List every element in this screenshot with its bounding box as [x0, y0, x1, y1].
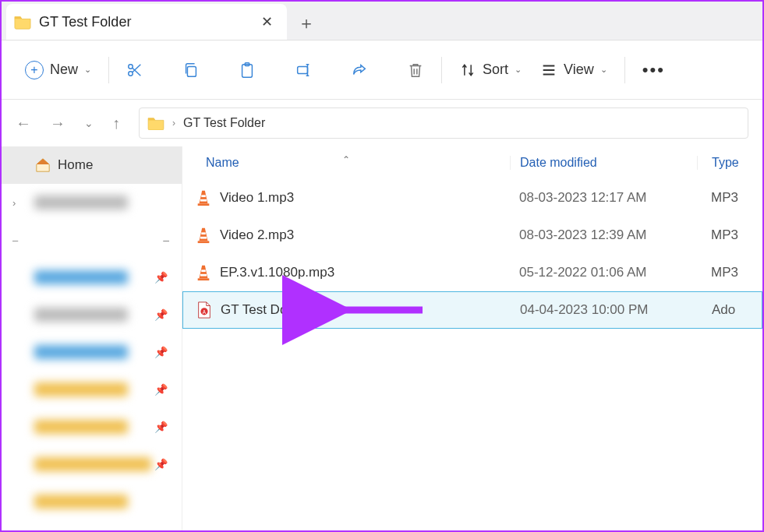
- vlc-icon: [195, 227, 212, 244]
- svg-point-1: [129, 71, 133, 76]
- file-list: ⌃ Name Date modified Type Video 1.mp308-…: [182, 146, 762, 530]
- blurred-label: [34, 270, 128, 284]
- column-headers: ⌃ Name Date modified Type: [182, 146, 762, 179]
- plus-circle-icon: +: [25, 61, 44, 79]
- svg-rect-11: [198, 241, 210, 243]
- chevron-down-icon: ⌄: [84, 65, 91, 75]
- sidebar-item[interactable]: ›: [2, 184, 182, 221]
- back-button[interactable]: ←: [16, 115, 31, 132]
- copy-icon: [182, 62, 200, 79]
- blurred-label: [34, 495, 128, 509]
- sidebar-item[interactable]: 📌: [2, 446, 182, 483]
- sidebar-item[interactable]: 📌: [2, 371, 182, 408]
- folder-icon: [147, 115, 164, 132]
- pin-icon: 📌: [154, 271, 168, 284]
- file-type: Ado: [698, 302, 735, 318]
- svg-rect-6: [201, 195, 206, 197]
- sidebar-item[interactable]: 📌: [2, 296, 182, 333]
- file-type: MP3: [697, 227, 738, 243]
- scissors-icon: [126, 62, 143, 79]
- recent-button[interactable]: ⌄: [84, 117, 94, 129]
- svg-text:A: A: [203, 309, 207, 315]
- svg-rect-14: [198, 278, 210, 280]
- vlc-icon: [195, 189, 212, 206]
- ellipsis-icon: •••: [642, 60, 665, 80]
- pin-icon: 📌: [154, 421, 168, 433]
- toolbar: + New ⌄: [2, 41, 762, 100]
- file-name: Video 1.mp3: [220, 190, 294, 206]
- new-tab-button[interactable]: ＋: [287, 12, 326, 40]
- pin-icon: 📌: [154, 346, 168, 358]
- paste-button[interactable]: [229, 55, 265, 85]
- nav-bar: ← → ⌄ ↑ › GT Test Folder: [2, 100, 762, 146]
- blurred-label: [34, 196, 128, 210]
- new-button[interactable]: + New ⌄: [16, 55, 101, 86]
- sidebar-item[interactable]: 📌: [2, 408, 182, 446]
- column-type[interactable]: Type: [697, 156, 739, 170]
- pdf-icon: A: [196, 301, 213, 319]
- separator: [441, 57, 442, 83]
- copy-button[interactable]: [173, 55, 209, 85]
- file-row[interactable]: AGT Test Doc.pdf04-04-2023 10:00 PMAdo: [182, 291, 762, 329]
- chevron-right-icon: ›: [12, 197, 16, 209]
- file-name: GT Test Doc.pdf: [221, 302, 316, 318]
- address-bar[interactable]: › GT Test Folder: [139, 107, 748, 139]
- delete-button[interactable]: [398, 55, 433, 85]
- file-row[interactable]: Video 2.mp308-03-2023 12:39 AMMP3: [182, 217, 762, 254]
- file-name: Video 2.mp3: [220, 227, 294, 243]
- pin-icon: 📌: [154, 383, 168, 396]
- sort-label: Sort: [483, 62, 508, 78]
- sidebar-item[interactable]: – –: [2, 221, 182, 259]
- chevron-down-icon: ⌄: [600, 65, 607, 75]
- sidebar-home-label: Home: [58, 157, 93, 173]
- view-button[interactable]: View ⌄: [531, 55, 617, 85]
- column-date[interactable]: Date modified: [510, 156, 697, 170]
- breadcrumb-location[interactable]: GT Test Folder: [183, 116, 265, 130]
- file-name: EP.3.v1.1080p.mp3: [220, 265, 334, 280]
- svg-rect-2: [187, 66, 196, 76]
- sidebar-item[interactable]: [2, 483, 182, 520]
- blurred-label: [34, 457, 151, 471]
- column-name[interactable]: ⌃ Name: [182, 156, 510, 170]
- share-icon: [351, 62, 368, 79]
- svg-rect-8: [198, 203, 210, 206]
- trash-icon: [407, 62, 424, 79]
- sidebar-item[interactable]: 📌: [2, 259, 182, 296]
- separator: [624, 57, 625, 83]
- svg-rect-13: [200, 274, 207, 277]
- more-button[interactable]: •••: [633, 54, 674, 86]
- sort-button[interactable]: Sort ⌄: [450, 55, 531, 85]
- folder-icon: [14, 13, 31, 30]
- home-icon: [34, 157, 51, 174]
- annotation-arrow: [331, 296, 424, 324]
- tab-title: GT Test Folder: [39, 14, 250, 30]
- tab-active[interactable]: GT Test Folder ✕: [6, 4, 287, 40]
- main-area: Home › – – 📌 📌 📌 📌 📌 📌 ⌃ Name Date modif…: [2, 146, 762, 530]
- blurred-label: [34, 308, 128, 322]
- file-date: 08-03-2023 12:17 AM: [510, 190, 697, 206]
- svg-rect-7: [200, 199, 207, 202]
- cut-button[interactable]: [117, 55, 153, 85]
- pin-icon: 📌: [154, 308, 168, 321]
- file-type: MP3: [697, 265, 738, 280]
- file-row[interactable]: Video 1.mp308-03-2023 12:17 AMMP3: [182, 179, 762, 217]
- share-button[interactable]: [341, 55, 377, 85]
- close-icon[interactable]: ✕: [258, 10, 276, 33]
- rename-button[interactable]: [285, 55, 321, 85]
- file-row[interactable]: EP.3.v1.1080p.mp305-12-2022 01:06 AMMP3: [182, 254, 762, 291]
- svg-rect-12: [201, 270, 206, 272]
- separator: [108, 57, 109, 83]
- sidebar-item[interactable]: 📌: [2, 333, 182, 371]
- blurred-label: [34, 345, 128, 359]
- clipboard-icon: [239, 62, 256, 79]
- file-date: 08-03-2023 12:39 AM: [510, 227, 697, 243]
- tab-bar: GT Test Folder ✕ ＋: [2, 2, 762, 41]
- svg-rect-10: [200, 237, 207, 239]
- sort-icon: [459, 62, 476, 79]
- minus-icon: –: [12, 234, 18, 246]
- up-button[interactable]: ↑: [112, 115, 120, 132]
- new-label: New: [50, 62, 78, 78]
- forward-button[interactable]: →: [50, 115, 65, 132]
- blurred-label: [34, 382, 128, 396]
- sidebar-item-home[interactable]: Home: [2, 146, 182, 184]
